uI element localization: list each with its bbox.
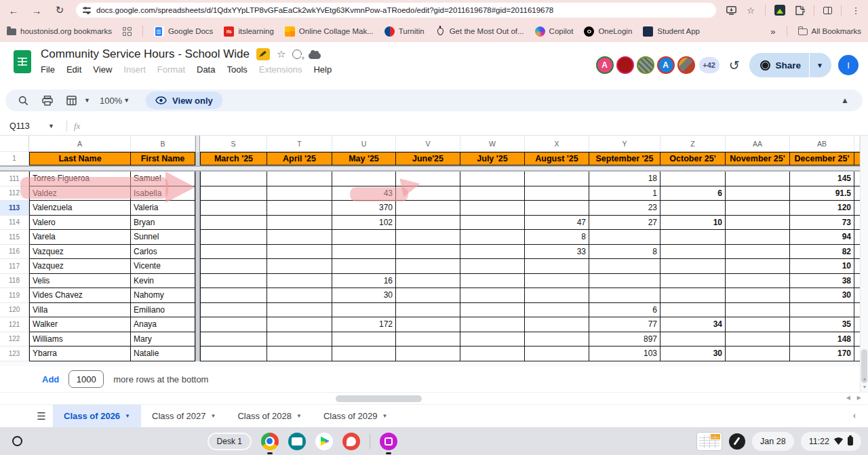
scroll-right-icon[interactable]: ▶ — [857, 395, 861, 401]
cell-month-value[interactable] — [200, 332, 267, 347]
document-title[interactable]: Community Service Hours - School Wide — [41, 47, 250, 61]
bookmarks-overflow-icon[interactable]: » — [770, 26, 775, 37]
cell-month-value[interactable] — [396, 347, 460, 361]
cell-month-value[interactable]: 33 — [525, 245, 589, 260]
cell-first-name[interactable]: Bryan — [131, 216, 195, 231]
cell-month-value[interactable]: 27 — [589, 216, 660, 231]
cell-month-value[interactable]: 103 — [589, 347, 660, 361]
account-avatar[interactable]: I — [838, 55, 859, 75]
column-header-AA[interactable]: AA — [726, 136, 790, 152]
cell-first-name[interactable]: Isabella — [131, 186, 195, 201]
column-header-Z[interactable]: Z — [660, 136, 726, 152]
cell-month-value[interactable]: 1 — [589, 186, 660, 201]
cell-month-value[interactable]: 38 — [790, 274, 854, 289]
cell-last-name[interactable]: Valero — [29, 216, 131, 231]
cell-month-value[interactable] — [267, 317, 332, 332]
cell-month-value[interactable] — [267, 347, 332, 361]
scroll-down-icon[interactable]: ▼ — [861, 382, 868, 391]
bookmark-copilot[interactable]: Copilot — [535, 26, 574, 37]
cell-month-value[interactable] — [332, 230, 396, 245]
cell-month-value[interactable] — [267, 288, 332, 303]
cell-month-value[interactable] — [525, 347, 589, 361]
cell-last-name[interactable]: Williams — [29, 332, 131, 347]
bookmark-star-icon[interactable]: ☆ — [745, 5, 756, 16]
select-all-corner[interactable] — [0, 136, 29, 152]
browser-menu-icon[interactable]: ⋮ — [850, 5, 861, 16]
avatar[interactable] — [677, 56, 695, 74]
cell-month-value[interactable] — [726, 332, 790, 347]
cell-month-value[interactable] — [460, 172, 525, 186]
cell-month-value[interactable]: 897 — [589, 332, 660, 347]
cell-month-value[interactable] — [332, 245, 396, 260]
name-box-caret-icon[interactable]: ▼ — [48, 123, 54, 130]
vertical-scrollbar[interactable]: ▲ ▼ — [860, 136, 868, 392]
cell-month-value[interactable]: 148 — [790, 332, 854, 347]
all-sheets-menu-icon[interactable]: ☰ — [30, 405, 53, 427]
column-header-Y[interactable]: Y — [589, 136, 660, 152]
cell-month-value[interactable] — [525, 186, 589, 201]
menu-file[interactable]: File — [41, 64, 55, 75]
cell-last-name[interactable]: Torres Figueroa — [29, 172, 131, 186]
cell-month-value[interactable] — [396, 216, 460, 231]
bookmark-itslearning[interactable]: its itslearning — [224, 26, 273, 37]
cell-month-value[interactable] — [396, 245, 460, 260]
cell-month-value[interactable] — [589, 288, 660, 303]
cell-month-value[interactable] — [726, 259, 790, 274]
row-number[interactable]: 112 — [0, 186, 29, 201]
cell-first-name[interactable]: Nahomy — [131, 288, 195, 303]
cell-month-value[interactable] — [726, 172, 790, 186]
cell-month-value[interactable]: 73 — [790, 216, 854, 231]
cell-month-value[interactable]: 145 — [790, 172, 854, 186]
cell-month-value[interactable] — [200, 216, 267, 231]
cell-month-value[interactable] — [200, 303, 267, 318]
cell-month-value[interactable] — [726, 317, 790, 332]
cell-last-name[interactable]: Walker — [29, 317, 131, 332]
scroll-left-icon[interactable]: ◀ — [846, 395, 850, 401]
row-number[interactable]: 120 — [0, 303, 29, 318]
cell-month-value[interactable] — [396, 172, 460, 186]
cell-first-name[interactable]: Emiliano — [131, 303, 195, 318]
cell-month-value[interactable] — [589, 230, 660, 245]
header-month[interactable]: June'25 — [396, 152, 460, 165]
column-header-W[interactable]: W — [460, 136, 525, 152]
cell-month-value[interactable]: 170 — [790, 347, 854, 361]
cell-month-value[interactable]: 18 — [589, 172, 660, 186]
date-pill[interactable]: Jan 28 — [752, 432, 794, 451]
cell-month-value[interactable] — [660, 230, 726, 245]
column-header-U[interactable]: U — [332, 136, 396, 152]
bookmark-turnitin[interactable]: Turnitin — [384, 26, 425, 37]
desk-button[interactable]: Desk 1 — [208, 433, 252, 450]
cell-month-value[interactable]: 30 — [660, 347, 726, 361]
search-icon[interactable] — [14, 92, 33, 109]
header-month[interactable]: December 25' — [790, 152, 854, 165]
cell-month-value[interactable]: 91.5 — [790, 186, 854, 201]
bookmark-google-docs[interactable]: Google Docs — [154, 26, 213, 37]
cell-first-name[interactable]: Anaya — [131, 317, 195, 332]
column-header-A[interactable]: A — [29, 136, 131, 152]
cell-month-value[interactable] — [460, 216, 525, 231]
cell-month-value[interactable] — [660, 201, 726, 216]
cell-month-value[interactable] — [790, 303, 854, 318]
print-icon[interactable] — [38, 92, 57, 109]
cell-month-value[interactable] — [525, 172, 589, 186]
row-number[interactable]: 111 — [0, 172, 29, 186]
cell-last-name[interactable]: Valdez — [29, 186, 131, 201]
tab-class-of-2029[interactable]: Class of 2029▼ — [313, 405, 398, 427]
menu-data[interactable]: Data — [197, 64, 215, 75]
row-number[interactable]: 121 — [0, 317, 29, 332]
menu-edit[interactable]: Edit — [66, 64, 81, 75]
header-month[interactable]: March '25 — [200, 152, 267, 165]
cell-month-value[interactable]: 8 — [525, 230, 589, 245]
cell-month-value[interactable] — [267, 332, 332, 347]
star-icon[interactable]: ☆ — [277, 48, 285, 60]
cell-month-value[interactable]: 10 — [660, 216, 726, 231]
column-header-T[interactable]: T — [267, 136, 332, 152]
cell-month-value[interactable] — [660, 332, 726, 347]
cell-last-name[interactable]: Vides Chavez — [29, 288, 131, 303]
cell-last-name[interactable]: Vazquez — [29, 245, 131, 260]
cell-month-value[interactable] — [332, 347, 396, 361]
zoom-selector[interactable]: 100% ▼ — [96, 96, 134, 106]
cell-month-value[interactable] — [396, 288, 460, 303]
cell-month-value[interactable] — [396, 303, 460, 318]
window-preview-thumbnail[interactable] — [696, 432, 722, 451]
